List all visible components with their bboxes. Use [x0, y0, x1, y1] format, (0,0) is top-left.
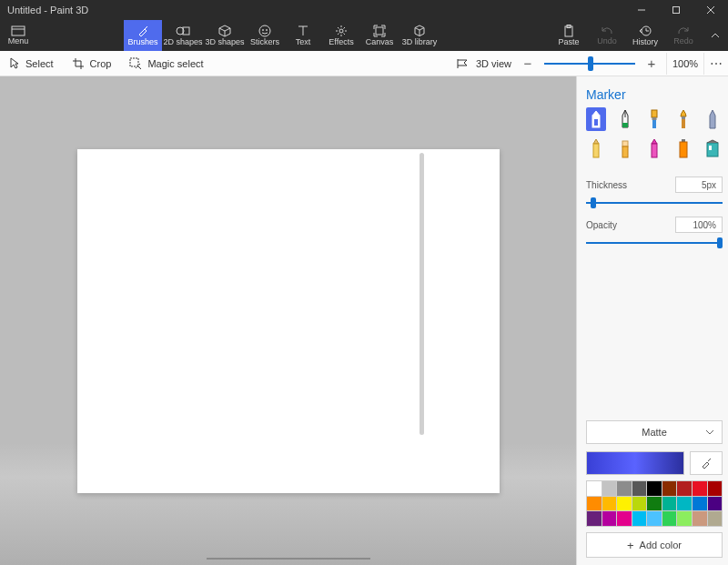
svg-rect-19 [622, 123, 628, 127]
color-swatch[interactable] [677, 481, 692, 496]
3d-library-icon [413, 25, 426, 37]
color-swatch[interactable] [677, 511, 692, 526]
ribbon-paste[interactable]: Paste [550, 20, 588, 51]
color-swatch[interactable] [662, 497, 677, 511]
svg-rect-16 [130, 58, 138, 66]
ribbon-3d-shapes[interactable]: 3D shapes [204, 20, 246, 51]
ribbon-canvas[interactable]: Canvas [360, 20, 399, 51]
svg-rect-25 [593, 144, 599, 157]
crayon-icon [651, 138, 658, 158]
svg-rect-18 [594, 119, 598, 126]
tool-spray-can[interactable] [673, 136, 693, 160]
3d-view-toggle[interactable]: 3D view [447, 51, 521, 76]
magic-select-tool[interactable]: Magic select [120, 51, 212, 76]
color-swatch[interactable] [647, 481, 662, 496]
ribbon-brushes[interactable]: Brushes [124, 20, 162, 51]
svg-rect-4 [12, 26, 25, 35]
svg-rect-1 [673, 7, 680, 14]
spray-can-icon [679, 138, 688, 158]
tool-pixel-pen[interactable] [703, 107, 723, 131]
svg-rect-27 [622, 146, 628, 157]
color-swatch[interactable] [587, 481, 602, 496]
opacity-control: Opacity 100% [586, 217, 723, 249]
current-color[interactable] [586, 451, 684, 475]
material-dropdown[interactable]: Matte [586, 420, 723, 444]
eyedropper-button[interactable] [690, 451, 723, 475]
toolbar: Select Crop Magic select 3D view − + 100… [0, 51, 728, 76]
ribbon-stickers[interactable]: Stickers [246, 20, 284, 51]
maximize-button[interactable] [659, 0, 693, 20]
color-swatch[interactable] [602, 511, 617, 526]
tool-calligraphy-pen[interactable] [615, 107, 635, 131]
zoom-in-button[interactable]: + [644, 55, 659, 71]
tool-watercolor[interactable] [673, 107, 693, 131]
opacity-label: Opacity [586, 220, 675, 230]
ribbon-3d-library[interactable]: 3D library [399, 20, 440, 51]
color-swatch[interactable] [587, 511, 602, 526]
color-swatch[interactable] [587, 497, 602, 511]
zoom-out-button[interactable]: − [521, 55, 535, 71]
color-swatch[interactable] [617, 497, 632, 511]
ribbon-undo[interactable]: Undo [588, 20, 626, 51]
pointer-icon [9, 57, 20, 70]
color-swatch[interactable] [647, 511, 662, 526]
color-swatch[interactable] [693, 511, 707, 526]
canvas-scrollbar[interactable] [420, 153, 424, 435]
stickers-icon [258, 25, 271, 37]
color-swatch[interactable] [617, 511, 632, 526]
ribbon-history[interactable]: History [626, 20, 664, 51]
menu-button[interactable]: Menu [0, 20, 36, 51]
zoom-value[interactable]: 100% [666, 53, 704, 75]
color-swatch[interactable] [602, 481, 617, 496]
color-swatch[interactable] [647, 497, 662, 511]
color-swatch[interactable] [662, 511, 677, 526]
color-swatch[interactable] [677, 497, 692, 511]
ribbon-redo[interactable]: Redo [664, 20, 703, 51]
svg-rect-30 [680, 142, 687, 157]
magic-select-icon [129, 57, 142, 70]
tool-eraser[interactable] [615, 136, 635, 160]
close-button[interactable] [693, 0, 728, 20]
color-swatch[interactable] [617, 481, 632, 496]
canvas[interactable] [77, 149, 500, 493]
tool-marker[interactable] [586, 107, 606, 131]
opacity-slider[interactable] [586, 237, 723, 249]
tool-crayon[interactable] [644, 136, 664, 160]
opacity-input[interactable]: 100% [675, 217, 723, 233]
select-tool[interactable]: Select [0, 51, 63, 76]
hamburger-icon [11, 25, 25, 36]
canvas-area[interactable] [0, 76, 576, 565]
color-swatch[interactable] [632, 481, 647, 496]
thickness-control: Thickness 5px [586, 177, 723, 209]
tool-pencil[interactable] [586, 136, 606, 160]
color-swatch[interactable] [693, 481, 707, 496]
tool-grid [586, 107, 723, 160]
color-swatch[interactable] [693, 497, 707, 511]
color-swatch[interactable] [708, 511, 723, 526]
eyedropper-icon [700, 457, 713, 469]
timeline-scrubber[interactable] [207, 558, 370, 560]
tool-oil-brush[interactable] [644, 107, 664, 131]
toolbar-more[interactable]: ⋯ [704, 56, 728, 71]
add-color-button[interactable]: + Add color [586, 532, 723, 558]
ribbon-collapse[interactable] [703, 20, 728, 51]
crop-tool[interactable]: Crop [63, 51, 121, 76]
color-swatch[interactable] [632, 511, 647, 526]
color-swatch[interactable] [602, 497, 617, 511]
ribbon-text[interactable]: Text [284, 20, 322, 51]
color-swatch[interactable] [708, 497, 723, 511]
tool-fill[interactable] [703, 136, 723, 160]
color-swatch[interactable] [662, 481, 677, 496]
ribbon-effects[interactable]: Effects [322, 20, 360, 51]
minimize-button[interactable] [624, 0, 659, 20]
svg-rect-26 [622, 141, 628, 146]
color-swatch[interactable] [708, 481, 723, 496]
oil-brush-icon [650, 109, 659, 129]
pixel-pen-icon [709, 109, 716, 129]
color-swatch[interactable] [632, 497, 647, 511]
thickness-input[interactable]: 5px [675, 177, 723, 193]
zoom-slider[interactable] [544, 63, 635, 65]
ribbon-2d-shapes[interactable]: 2D shapes [162, 20, 204, 51]
ribbon: Menu Brushes 2D shapes 3D shapes Sticker… [0, 20, 728, 51]
thickness-slider[interactable] [586, 197, 723, 209]
